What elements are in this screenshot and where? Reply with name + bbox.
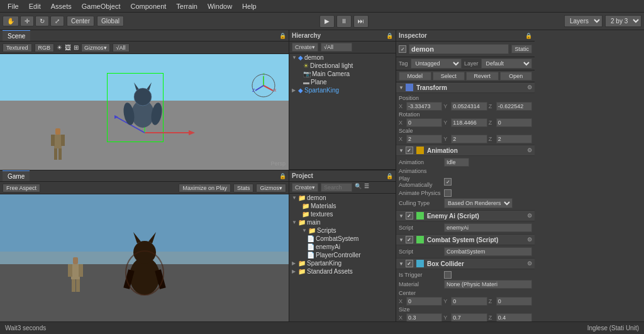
- enemy-ai-settings-icon[interactable]: ⚙: [527, 213, 532, 219]
- scale-x-input[interactable]: [406, 135, 442, 143]
- menu-file[interactable]: File: [3, 0, 24, 12]
- proj-item-combat-system[interactable]: 📄 CombatSystem: [289, 235, 396, 243]
- game-lock-icon[interactable]: 🔒: [279, 173, 286, 179]
- select-btn[interactable]: Select: [433, 72, 465, 81]
- box-collider-enable-checkbox[interactable]: [406, 260, 413, 267]
- inspector-lock-icon[interactable]: 🔒: [525, 33, 532, 39]
- menu-edit[interactable]: Edit: [24, 0, 46, 12]
- model-btn[interactable]: Model: [399, 72, 431, 81]
- proj-item-spartan-king[interactable]: ▶ 📁 SpartanKing: [289, 259, 396, 267]
- enemy-ai-enable-checkbox[interactable]: [406, 212, 413, 220]
- box-collider-component-header[interactable]: ▼ Box Collider ⚙: [396, 259, 535, 269]
- animate-physics-checkbox[interactable]: [444, 189, 452, 197]
- box-collider-settings-icon[interactable]: ⚙: [527, 260, 532, 267]
- center-y-input[interactable]: [451, 297, 487, 306]
- rot-x-input[interactable]: [406, 118, 442, 127]
- tree-item-dir-light[interactable]: ☀ Directional light: [289, 62, 396, 70]
- menu-help[interactable]: Help: [237, 0, 262, 12]
- proj-item-materials[interactable]: 📁 Materials: [289, 202, 396, 210]
- animation-settings-icon[interactable]: ⚙: [527, 147, 532, 153]
- center-z-input[interactable]: [496, 297, 532, 306]
- animation-clip-value[interactable]: Idle: [444, 158, 469, 167]
- proj-item-demon[interactable]: ▼ 📁 demon: [289, 194, 396, 202]
- layout-dropdown[interactable]: 2 by 3: [605, 15, 641, 27]
- step-button[interactable]: ⏭: [353, 15, 369, 28]
- menu-assets[interactable]: Assets: [46, 0, 77, 12]
- scale-tool[interactable]: ⤢: [50, 16, 64, 26]
- hierarchy-lock-icon[interactable]: 🔒: [386, 33, 393, 39]
- tab-game[interactable]: Game: [3, 170, 30, 181]
- menu-component[interactable]: Component: [125, 0, 171, 12]
- animation-enable-checkbox[interactable]: [406, 147, 413, 154]
- proj-item-scripts[interactable]: ▼ 📁 Scripts: [289, 226, 396, 235]
- proj-item-player-controller[interactable]: 📄 PlayerController: [289, 251, 396, 259]
- combat-system-enable-checkbox[interactable]: [406, 236, 413, 243]
- textured-btn[interactable]: Textured: [3, 43, 32, 52]
- aspect-ratio-btn[interactable]: Free Aspect: [3, 184, 40, 192]
- hand-tool[interactable]: ✋: [3, 16, 19, 26]
- combat-system-script-value[interactable]: CombatSystem: [444, 247, 532, 256]
- layers-dropdown[interactable]: Layers: [564, 15, 602, 27]
- static-btn[interactable]: Static: [511, 45, 532, 53]
- tree-item-spartan-king[interactable]: ▶ ◆ SpartanKing: [289, 86, 396, 94]
- pos-y-input[interactable]: [451, 102, 487, 111]
- pos-x-input[interactable]: [406, 102, 442, 111]
- combat-system-settings-icon[interactable]: ⚙: [527, 237, 532, 243]
- all-btn[interactable]: √All: [113, 43, 130, 52]
- menu-gameobject[interactable]: GameObject: [77, 0, 126, 12]
- scale-y-input[interactable]: [451, 135, 487, 143]
- revert-btn[interactable]: Revert: [466, 72, 499, 81]
- play-auto-checkbox[interactable]: [444, 178, 452, 186]
- size-z-input[interactable]: [496, 313, 532, 321]
- rot-y-input[interactable]: [451, 118, 487, 127]
- is-trigger-checkbox[interactable]: [444, 271, 452, 279]
- proj-item-enemy-ai[interactable]: 📄 enemyAi: [289, 243, 396, 251]
- pos-z-input[interactable]: [496, 102, 532, 111]
- culling-dropdown[interactable]: Based On Renderers: [444, 198, 513, 208]
- combat-system-component-header[interactable]: ▼ Combat System (Script) ⚙: [396, 235, 535, 245]
- proj-item-textures[interactable]: 📁 textures: [289, 210, 396, 218]
- hierarchy-create-btn[interactable]: Create▾: [292, 43, 318, 52]
- center-x-input[interactable]: [406, 297, 442, 306]
- layer-dropdown[interactable]: Default: [481, 58, 532, 69]
- material-value[interactable]: None (Physic Materi: [444, 280, 532, 289]
- tag-dropdown[interactable]: Untagged: [411, 58, 462, 69]
- scale-z-input[interactable]: [496, 135, 532, 143]
- proj-item-main[interactable]: ▼ 📁 main: [289, 218, 396, 226]
- global-local-btn[interactable]: Global: [97, 16, 124, 26]
- transform-settings-icon[interactable]: ⚙: [527, 84, 532, 91]
- tab-scene[interactable]: Scene: [3, 30, 30, 41]
- proj-item-standard-assets[interactable]: ▶ 📁 Standard Assets: [289, 267, 396, 276]
- tree-item-demon[interactable]: ▼ ◆ demon: [289, 53, 396, 62]
- center-pivot-btn[interactable]: Center: [67, 16, 94, 26]
- rotate-tool[interactable]: ↻: [35, 16, 49, 26]
- menu-terrain[interactable]: Terrain: [171, 0, 203, 12]
- animation-component-header[interactable]: ▼ Animation ⚙: [396, 145, 535, 156]
- game-canvas[interactable]: [0, 194, 289, 321]
- tree-item-plane[interactable]: ▬ Plane: [289, 78, 396, 86]
- tree-item-main-camera[interactable]: 📷 Main Camera: [289, 70, 396, 78]
- scene-lock-icon[interactable]: 🔒: [279, 33, 286, 39]
- play-button[interactable]: ▶: [319, 15, 335, 28]
- rot-z-input[interactable]: [496, 118, 532, 127]
- obj-name-field[interactable]: [409, 44, 509, 54]
- menu-window[interactable]: Window: [203, 0, 237, 12]
- open-btn[interactable]: Open: [500, 72, 533, 81]
- gizmos-btn[interactable]: Gizmos▾: [81, 43, 110, 52]
- move-tool[interactable]: ✛: [20, 16, 34, 26]
- enemy-ai-script-value[interactable]: enemyAi: [444, 223, 532, 232]
- stats-btn[interactable]: Stats: [233, 184, 254, 192]
- project-search[interactable]: [321, 183, 352, 192]
- size-x-input[interactable]: [406, 313, 442, 321]
- enemy-ai-component-header[interactable]: ▼ Enemy Ai (Script) ⚙: [396, 211, 535, 221]
- size-y-input[interactable]: [451, 313, 487, 321]
- obj-active-checkbox[interactable]: [399, 45, 406, 53]
- project-create-btn[interactable]: Create▾: [292, 183, 318, 192]
- hierarchy-search[interactable]: [321, 43, 352, 52]
- rgb-btn[interactable]: RGB: [35, 43, 55, 52]
- scene-canvas[interactable]: Y X Z: [0, 54, 289, 170]
- maximize-on-play-btn[interactable]: Maximize on Play: [179, 184, 231, 192]
- game-gizmos-btn[interactable]: Gizmos▾: [256, 184, 286, 192]
- project-lock-icon[interactable]: 🔒: [386, 173, 393, 179]
- transform-component-header[interactable]: ▼ Transform ⚙: [396, 82, 535, 93]
